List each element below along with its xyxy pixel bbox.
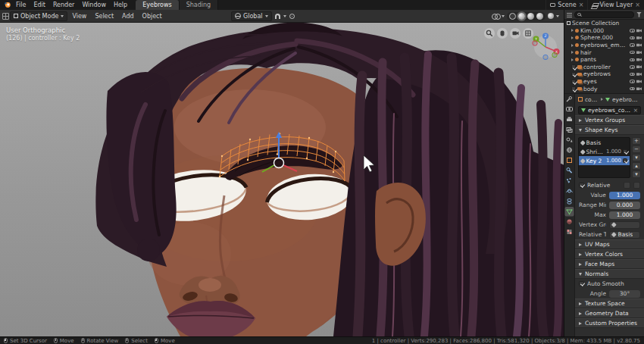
expand-icon[interactable] (571, 58, 574, 61)
menu-help[interactable]: Help (110, 0, 131, 10)
edit-mode-display-icon[interactable] (633, 182, 640, 189)
hide-render-icon[interactable] (636, 80, 642, 83)
tab-scene[interactable] (567, 138, 573, 142)
show-gizmo-icon[interactable] (492, 14, 499, 19)
mesh-datablock-field[interactable]: eyebrows_controller × (578, 106, 641, 114)
workspace-tab-shading[interactable]: Shading (180, 0, 219, 10)
menu-add[interactable]: Add (118, 13, 138, 20)
shape-key-move-down-button[interactable]: ▾ (632, 170, 641, 178)
shading-options-icon[interactable] (548, 13, 554, 19)
unlink-icon[interactable]: × (633, 107, 638, 114)
shape-key-mute-checkbox[interactable] (623, 158, 627, 163)
shape-key-shrinkwrap[interactable]: Shrinkwrap 1.000 (579, 147, 630, 156)
collection-checkbox[interactable] (571, 72, 576, 77)
panel-shape-keys[interactable]: Shape Keys (575, 125, 644, 135)
outliner-row-scene-collection[interactable]: Scene Collection (564, 20, 644, 27)
workspace-tab-eyebrows[interactable]: Eyebrows (136, 0, 180, 10)
tab-output[interactable] (567, 117, 572, 122)
viewport-zoom-button[interactable] (484, 28, 495, 39)
expand-icon[interactable] (571, 36, 574, 39)
tab-texture[interactable] (567, 230, 572, 234)
outliner-row[interactable]: hair (564, 48, 644, 56)
scene-unlink-icon[interactable]: × (579, 2, 584, 8)
hide-viewport-icon[interactable] (630, 36, 635, 40)
auto-smooth-checkbox[interactable] (579, 281, 584, 286)
shape-key-remove-button[interactable]: − (632, 145, 641, 153)
shape-key-value-slider[interactable]: 1.000 (609, 192, 640, 199)
expand-icon[interactable] (571, 51, 574, 54)
outliner-row[interactable]: body (564, 85, 644, 92)
shape-key-specials-button[interactable]: ▾ (632, 154, 641, 161)
orientation-dropdown[interactable]: Global (231, 11, 272, 21)
tab-material[interactable] (567, 220, 572, 224)
tab-view-layer[interactable] (567, 128, 572, 133)
tab-object-data[interactable] (565, 207, 574, 217)
snap-dropdown-icon[interactable] (283, 15, 286, 17)
mode-dropdown[interactable]: Object Mode (10, 11, 67, 21)
breadcrumb-data[interactable]: eyebrows_controller (612, 96, 641, 103)
menu-window[interactable]: Window (78, 0, 110, 10)
hide-render-icon[interactable] (636, 87, 642, 91)
outliner-row[interactable]: Sphere.000 (564, 34, 644, 42)
viewport-perspective-button[interactable] (523, 28, 533, 39)
expand-icon[interactable] (571, 44, 574, 47)
3d-viewport[interactable]: User Orthographic (126) | controller : K… (0, 23, 564, 336)
panel-vertex-groups[interactable]: Vertex Groups (575, 115, 644, 125)
hide-viewport-icon[interactable] (630, 43, 635, 47)
hide-viewport-icon[interactable] (630, 29, 635, 33)
shading-wireframe-button[interactable] (509, 13, 516, 20)
tab-modifiers[interactable] (567, 168, 572, 174)
panel-uv-maps[interactable]: UV Maps (575, 239, 644, 249)
editor-type-icon[interactable] (2, 13, 9, 20)
tab-physics[interactable] (567, 189, 573, 192)
menu-view[interactable]: View (68, 13, 90, 20)
proportional-editing-icon[interactable] (289, 14, 295, 19)
tab-tool[interactable] (567, 97, 572, 102)
outliner-row[interactable]: Kim.000 (564, 27, 644, 35)
filter-icon[interactable] (636, 12, 642, 17)
hide-render-icon[interactable] (636, 36, 642, 39)
shape-key-key2-selected[interactable]: Key 2 1.000 (579, 156, 630, 165)
view-layer-selector[interactable]: View Layer × (587, 0, 644, 10)
viewport-camera-button[interactable] (510, 28, 521, 39)
panel-geometry-data[interactable]: Geometry Data (575, 308, 644, 318)
collection-checkbox[interactable] (571, 64, 576, 69)
menu-edit[interactable]: Edit (30, 0, 49, 10)
hide-render-icon[interactable] (636, 72, 642, 76)
panel-vertex-colors[interactable]: Vertex Colors (575, 249, 644, 259)
menu-file[interactable]: File (12, 0, 30, 10)
shape-key-mute-checkbox[interactable] (623, 149, 627, 154)
menu-select[interactable]: Select (91, 13, 117, 20)
pin-icon[interactable] (624, 182, 630, 189)
panel-normals[interactable]: Normals (575, 269, 644, 279)
collection-checkbox[interactable] (571, 80, 576, 84)
viewport-pan-button[interactable] (497, 28, 508, 39)
expand-icon[interactable] (571, 29, 574, 32)
display-mode-icon[interactable] (567, 12, 572, 17)
hide-render-icon[interactable] (636, 43, 642, 47)
overlays-dropdown-icon[interactable] (502, 15, 505, 17)
collection-checkbox[interactable] (571, 86, 576, 91)
outliner-row[interactable]: eyebrows (564, 70, 644, 78)
outliner-row[interactable]: controller (564, 64, 644, 71)
blender-logo-icon[interactable] (2, 1, 12, 9)
panel-face-maps[interactable]: Face Maps (575, 259, 644, 269)
scene-selector[interactable]: Scene × (546, 0, 587, 10)
outliner-search-input[interactable] (574, 11, 634, 18)
panel-texture-space[interactable]: Texture Space (575, 299, 644, 308)
hide-viewport-icon[interactable] (630, 58, 635, 62)
menu-render[interactable]: Render (49, 0, 78, 10)
shape-key-move-up-button[interactable]: ▴ (632, 162, 641, 170)
shape-key-basis[interactable]: Basis (579, 138, 630, 147)
hide-viewport-icon[interactable] (630, 87, 635, 91)
hide-viewport-icon[interactable] (630, 73, 635, 77)
shape-key-add-button[interactable]: + (632, 137, 641, 145)
relative-checkbox[interactable] (579, 183, 584, 188)
shading-rendered-button[interactable] (536, 13, 543, 20)
menu-object[interactable]: Object (139, 13, 166, 20)
relative-to-dropdown[interactable]: Basis (609, 231, 640, 239)
hide-render-icon[interactable] (636, 29, 642, 33)
tab-render[interactable] (567, 108, 573, 111)
shading-dropdown-icon[interactable] (556, 15, 559, 17)
view-layer-remove-icon[interactable]: × (635, 2, 640, 8)
